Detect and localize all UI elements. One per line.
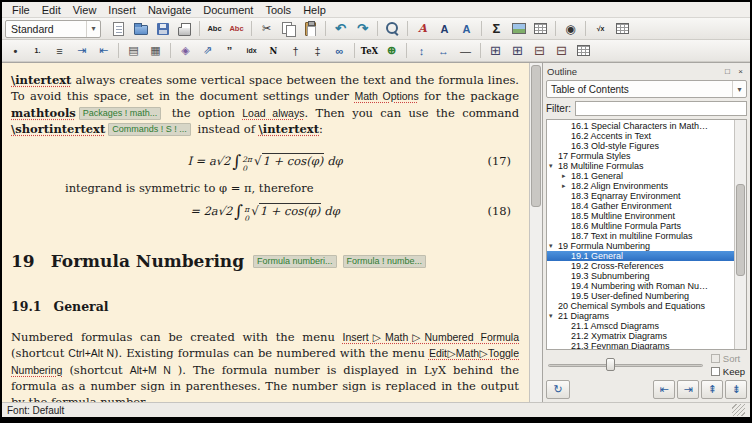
insert-footnote-button[interactable]: † [285,41,306,60]
index-inset[interactable]: Commands ! S ! ... [108,123,191,136]
outline-item[interactable]: 19.2 Cross-References [547,261,734,271]
table-delete-column-button[interactable]: ⊟ [551,41,572,60]
description-list-button[interactable]: ≡ [49,41,70,60]
outline-item[interactable]: 18.7 Text in multiline Formulas [547,231,734,241]
spellcheck-button[interactable]: Abc [204,19,225,38]
table-float-button[interactable]: ▦ [145,41,166,60]
decrease-depth-button[interactable]: ⇤ [93,41,114,60]
update-outline-button[interactable]: ↻ [546,380,570,399]
outline-item[interactable]: 18.5 Multline Environment [547,211,734,221]
open-document-button[interactable] [130,19,151,38]
find-replace-button[interactable] [382,19,403,38]
outline-item[interactable]: 19.5 User-defined Numbering [547,291,734,301]
menu-help[interactable]: Help [297,4,332,16]
outline-item[interactable]: 17 Formula Styles [547,151,734,161]
collapse-arrow-icon[interactable]: ▾ [549,162,558,170]
insert-cross-reference-button[interactable]: ⇗ [197,41,218,60]
outline-item[interactable]: 21.3 Feynman Diagrams [547,341,734,349]
emphasis-button[interactable]: A [412,19,433,38]
collapse-arrow-icon[interactable]: ▾ [549,242,558,250]
print-button[interactable] [174,19,195,38]
keep-checkbox[interactable]: Keep [711,366,745,377]
outline-item[interactable]: 19.3 Subnumbering [547,271,734,281]
outline-item[interactable]: 18.3 Eqnarray Environment [547,191,734,201]
sort-checkbox[interactable]: Sort [711,353,745,364]
math-panel-toggle-button[interactable]: √x [590,19,611,38]
document-scrollbar[interactable] [529,63,542,402]
outline-item[interactable]: ▾21 Diagrams [547,311,734,321]
outline-item[interactable]: 16.1 Special Characters in Math… [547,121,734,131]
cut-button[interactable]: ✂ [256,19,277,38]
index-inset[interactable]: Packages ! math... [79,107,162,120]
insert-horizontal-line-button[interactable]: ― [455,41,476,60]
insert-math-button[interactable]: Σ [486,19,507,38]
table-insert-column-button[interactable]: ⊞ [507,41,528,60]
outline-item[interactable]: ▾19 Formula Numbering [547,241,734,251]
move-down-button[interactable]: ⇟ [725,380,747,399]
insert-table-button[interactable] [530,19,551,38]
menu-tools[interactable]: Tools [259,4,297,16]
outline-item[interactable]: 20 Chemical Symbols and Equations [547,301,734,311]
table-panel-toggle-button[interactable] [612,19,633,38]
copy-button[interactable] [278,19,299,38]
outline-item[interactable]: ▸18.1 General [547,171,734,181]
document-preview-button[interactable]: ◉ [560,19,581,38]
expand-arrow-icon[interactable]: ▸ [562,172,571,180]
itemize-button[interactable]: • [5,41,26,60]
document-canvas[interactable]: \intertext always creates some vertical … [2,63,529,402]
insert-margin-note-button[interactable]: ‡ [307,41,328,60]
menu-view[interactable]: View [67,4,103,16]
outline-scrollbar[interactable] [734,120,746,349]
enumerate-button[interactable]: 1. [27,41,48,60]
demote-button[interactable]: ⇥ [677,380,699,399]
insert-label-button[interactable]: ◈ [175,41,196,60]
menu-edit[interactable]: Edit [36,4,67,16]
insert-citation-button[interactable]: ” [219,41,240,60]
redo-button[interactable]: ↷ [352,19,373,38]
paragraph-style-selector[interactable]: Standard ▾ [5,20,101,38]
outline-item-selected[interactable]: 19.1 General [547,251,734,261]
index-inset[interactable]: Formula ! numbe... [343,255,427,268]
noun-button[interactable]: A [434,19,455,38]
resize-grip[interactable] [732,404,745,416]
outline-item[interactable]: 21.2 Xymatrix Diagrams [547,331,734,341]
menu-file[interactable]: File [6,4,36,16]
table-insert-row-button[interactable]: ⊞ [485,41,506,60]
scrollbar-thumb[interactable] [531,65,541,207]
undo-button[interactable]: ↶ [330,19,351,38]
insert-hspace-button[interactable]: ↔ [433,41,454,60]
move-up-button[interactable]: ⇞ [701,380,723,399]
outline-item[interactable]: 19.4 Numbering with Roman Nu… [547,281,734,291]
increase-depth-button[interactable]: ⇥ [71,41,92,60]
insert-graphics-button[interactable] [508,19,529,38]
filter-input[interactable] [575,101,747,116]
outline-item[interactable]: 16.3 Old-style Figures [547,141,734,151]
insert-hyperlink-button[interactable]: ∞ [329,41,350,60]
insert-index-entry-button[interactable]: idx [241,41,262,60]
menu-insert[interactable]: Insert [102,4,142,16]
text-style-button[interactable]: A [456,19,477,38]
outline-item[interactable]: ▾18 Multiline Formulas [547,161,734,171]
paste-button[interactable] [300,19,321,38]
insert-tex-code-button[interactable]: TeX [359,41,380,60]
outline-item[interactable]: 18.4 Gather Environment [547,201,734,211]
menu-document[interactable]: Document [197,4,259,16]
menu-navigate[interactable]: Navigate [142,4,197,16]
new-document-button[interactable] [108,19,129,38]
outline-type-selector[interactable]: Table of Contents ▾ [546,80,747,98]
insert-vspace-button[interactable]: ↕ [411,41,432,60]
outline-item[interactable]: ▸18.2 Align Environments [547,181,734,191]
table-delete-row-button[interactable]: ⊟ [529,41,550,60]
save-button[interactable] [152,19,173,38]
table-settings-button[interactable] [573,41,594,60]
outline-item[interactable]: 18.6 Multline Formula Parts [547,221,734,231]
index-inset[interactable]: Formula numberi... [253,255,337,268]
float-panel-icon[interactable]: □ [722,66,733,77]
close-panel-icon[interactable]: × [735,66,746,77]
slider-handle[interactable] [606,358,615,371]
equation-block[interactable]: I = a√2∫2π0√1 + cos(φ)dφ (17) integrand … [11,149,519,223]
scrollbar-thumb[interactable] [736,184,745,276]
outline-item[interactable]: 16.2 Accents in Text [547,131,734,141]
depth-slider[interactable] [546,356,705,374]
collapse-arrow-icon[interactable]: ▾ [549,312,558,320]
